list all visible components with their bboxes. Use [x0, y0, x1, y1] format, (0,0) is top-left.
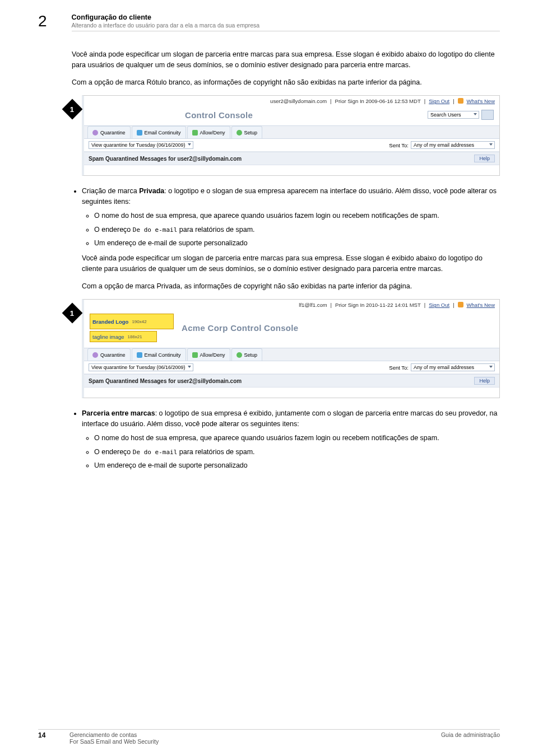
tab-setup[interactable]: Setup: [231, 348, 263, 361]
top-user: lf1@lf1.com: [299, 302, 327, 308]
tab-quarantine[interactable]: Quarantine: [87, 348, 131, 361]
console-title: Control Console: [185, 110, 253, 120]
tab-label: Setup: [244, 352, 258, 358]
whatsnew-icon: [458, 302, 463, 307]
signout-link[interactable]: Sign Out: [429, 302, 449, 308]
sent-to-dropdown[interactable]: Any of my email addresses: [411, 141, 495, 149]
quarantine-icon: [92, 352, 98, 358]
tab-quarantine[interactable]: Quarantine: [87, 126, 131, 138]
tab-label: Email Continuity: [145, 352, 181, 358]
allow-deny-icon: [192, 352, 198, 358]
text: O endereço: [94, 448, 133, 456]
tab-email-continuity[interactable]: Email Continuity: [132, 126, 186, 138]
callout-marker: 1: [63, 95, 82, 116]
tab-label: Allow/Deny: [200, 130, 225, 136]
top-strip: lf1@lf1.com | Prior Sign In 2010-11-22 1…: [84, 300, 499, 310]
signout-link[interactable]: Sign Out: [429, 98, 449, 104]
monospace-text: De do e-mail: [133, 226, 177, 234]
list-item: Criação de marca Privada: o logotipo e o…: [82, 186, 500, 291]
dropdown-value: View quarantine for Tuesday (06/16/2009): [91, 365, 185, 370]
tab-label: Email Continuity: [145, 130, 181, 136]
dropdown-value: View quarantine for Tuesday (06/16/2009): [91, 142, 185, 148]
footer-left-1: Gerenciamento de contas: [69, 731, 159, 738]
section-subtitle: Alterando a interface do usuário para da…: [72, 22, 500, 29]
list-item: O endereço De do e-mail para relatórios …: [94, 225, 500, 235]
paragraph: Com a opção de marca Privada, as informa…: [82, 281, 500, 292]
tab-allow-deny[interactable]: Allow/Deny: [187, 126, 230, 138]
footer-right: Guia de administração: [441, 731, 500, 745]
quarantine-date-dropdown[interactable]: View quarantine for Tuesday (06/16/2009): [89, 363, 193, 371]
tab-label: Quarantine: [100, 130, 126, 136]
list-item: O nome do host de sua empresa, que apare…: [94, 433, 500, 444]
console-title: Acme Corp Control Console: [182, 323, 298, 333]
logo-placeholder-text: Branded Logo: [92, 319, 128, 325]
chevron-down-icon: [188, 366, 191, 368]
tab-label: Setup: [244, 130, 258, 136]
dropdown-value: Any of my email addresses: [414, 365, 474, 370]
bullet-lead-bold: Parceria entre marcas: [82, 409, 155, 417]
top-user: user2@sillydomain.com: [270, 98, 327, 104]
callout-number: 1: [70, 105, 74, 114]
tab-label: Quarantine: [100, 352, 126, 358]
top-priorsignin: Prior Sign In 2009-06-16 12:53 MDT: [335, 98, 421, 104]
screenshot-private-brand: 1 lf1@lf1.com | Prior Sign In 2010-11-22…: [63, 299, 500, 398]
text: para relatórios de spam.: [177, 448, 254, 456]
quarantine-date-dropdown[interactable]: View quarantine for Tuesday (06/16/2009): [89, 141, 193, 149]
bullet-lead-pre: Criação de marca: [82, 187, 139, 195]
paragraph: Com a opção de marca Rótulo branco, as i…: [72, 77, 500, 88]
tab-label: Allow/Deny: [200, 352, 225, 358]
tab-email-continuity[interactable]: Email Continuity: [132, 348, 186, 361]
tagline-placeholder-text: tagline image: [92, 334, 124, 340]
text: para relatórios de spam.: [177, 226, 254, 234]
section-title: Configuração do cliente: [72, 13, 500, 21]
quarantine-icon: [92, 130, 98, 136]
help-button[interactable]: Help: [474, 155, 495, 162]
callout-number: 1: [70, 309, 74, 318]
dropdown-value: Any of my email addresses: [414, 142, 474, 148]
footer-rule: [38, 729, 500, 730]
paragraph: Você ainda pode especificar um slogan de…: [72, 49, 500, 71]
text: O endereço: [94, 226, 133, 234]
list-item: O nome do host de sua empresa, que apare…: [94, 211, 500, 221]
list-item: Um endereço de e-mail de suporte persona…: [94, 238, 500, 249]
footer-left-2: For SaaS Email and Web Security: [69, 738, 159, 745]
search-users-dropdown[interactable]: Search Users: [428, 111, 479, 119]
list-item: O endereço De do e-mail para relatórios …: [94, 447, 500, 458]
allow-deny-icon: [192, 130, 198, 136]
whatsnew-link[interactable]: What's New: [467, 302, 495, 308]
chevron-down-icon: [188, 143, 191, 146]
chevron-down-icon: [489, 366, 493, 368]
monospace-text: De do e-mail: [133, 449, 177, 456]
chevron-down-icon: [489, 143, 493, 146]
chevron-down-icon: [474, 113, 477, 115]
list-item: Parceria entre marcas: o logotipo de sua…: [82, 408, 500, 471]
spam-section-title: Spam Quarantined Messages for user2@sill…: [89, 156, 242, 162]
top-strip: user2@sillydomain.com | Prior Sign In 20…: [84, 96, 499, 106]
page-number: 14: [38, 731, 69, 745]
brand-placeholder: Branded Logo 190x42 tagline image 186x21: [90, 314, 174, 342]
setup-icon: [236, 130, 242, 136]
tab-bar: Quarantine Email Continuity Allow/Deny S…: [84, 125, 499, 139]
search-users-label: Search Users: [430, 112, 461, 118]
whatsnew-link[interactable]: What's New: [467, 98, 495, 104]
sent-to-label: Sent To:: [389, 365, 409, 371]
header-rule: [72, 31, 500, 31]
sent-to-label: Sent To:: [389, 142, 409, 148]
help-button[interactable]: Help: [474, 377, 495, 385]
setup-icon: [236, 352, 242, 358]
paragraph: Você ainda pode especificar um slogan de…: [82, 253, 500, 274]
tagline-dim: 186x21: [128, 334, 142, 339]
tab-bar: Quarantine Email Continuity Allow/Deny S…: [84, 348, 499, 361]
top-priorsignin: Prior Sign In 2010-11-22 14:01 MST: [335, 302, 421, 308]
bullet-lead-bold: Privada: [139, 187, 164, 195]
tab-setup[interactable]: Setup: [231, 126, 263, 138]
sent-to-dropdown[interactable]: Any of my email addresses: [411, 363, 495, 371]
screenshot-white-label: 1 user2@sillydomain.com | Prior Sign In …: [63, 95, 500, 176]
page-header: 2 Configuração do cliente Alterando a in…: [38, 13, 500, 31]
spam-section-title: Spam Quarantined Messages for user2@sill…: [89, 378, 242, 384]
search-go-button[interactable]: [481, 110, 494, 120]
tab-allow-deny[interactable]: Allow/Deny: [187, 348, 230, 361]
email-continuity-icon: [137, 130, 142, 136]
whatsnew-icon: [458, 98, 463, 104]
list-item: Um endereço de e-mail de suporte persona…: [94, 460, 500, 471]
